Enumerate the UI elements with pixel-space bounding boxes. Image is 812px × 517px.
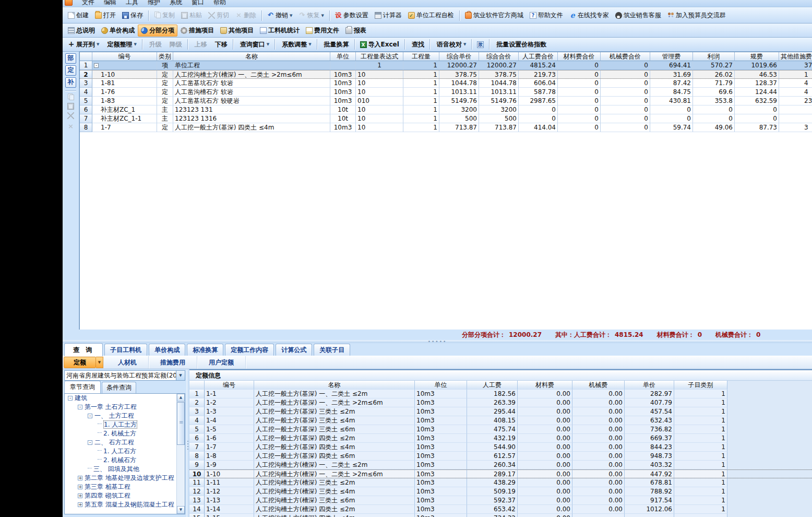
tree-item[interactable]: -一、 土方工程 [65, 412, 185, 420]
column-header[interactable]: 编号 [205, 381, 254, 390]
table-cell[interactable]: 408.15 [467, 416, 518, 425]
table-cell[interactable]: 10 [356, 79, 403, 88]
chevron-down-icon[interactable]: ▼ [134, 42, 136, 46]
table-cell[interactable]: 0 [693, 114, 735, 123]
table-cell[interactable]: 0.00 [518, 398, 572, 407]
toolbar-button[interactable]: ✓单位工程自检 [405, 9, 457, 21]
column-header[interactable]: 单位 [415, 381, 467, 390]
table-cell[interactable]: 500 [439, 114, 479, 123]
table-cell[interactable]: 主 [157, 105, 173, 114]
edit-toolbar-button[interactable]: 批量换算 [319, 39, 352, 51]
edit-toolbar-button[interactable]: X导入Excel [357, 39, 402, 51]
table-cell[interactable]: 定 [157, 79, 173, 88]
table-cell[interactable]: 475.74 [467, 425, 518, 434]
table-cell[interactable]: 403.32 [625, 461, 674, 469]
table-cell[interactable]: 0.00 [572, 390, 625, 398]
table-cell[interactable]: 378.75 [479, 70, 519, 78]
table-cell[interactable]: 1-10 [205, 470, 254, 478]
table-cell[interactable]: 10m3 [415, 434, 467, 443]
table-cell[interactable]: 12000.27 [439, 61, 479, 70]
table-cell[interactable]: 补主材ZC_1-1 [92, 114, 157, 123]
quota-row[interactable]: 151-15人工挖沟槽土方(槽深) 四类土 ≤4m10m3724.320.00 [189, 514, 812, 517]
chevron-down-icon[interactable]: ▼ [321, 14, 324, 18]
table-cell[interactable]: 0 [601, 114, 650, 123]
table-cell[interactable]: 1 [403, 97, 439, 105]
column-header[interactable]: 综合合价 [479, 52, 519, 61]
table-cell[interactable]: 10m3 [415, 407, 467, 416]
expand-icon[interactable]: + [78, 476, 82, 480]
table-cell[interactable]: 606.04 [519, 79, 558, 88]
table-cell[interactable]: 0 [558, 123, 601, 132]
column-header[interactable]: 综合单价 [439, 52, 479, 61]
table-cell[interactable]: 1 [403, 61, 439, 70]
table-cell[interactable]: 10 [356, 105, 403, 114]
tree-item[interactable]: +第五章 混凝土及钢筋混凝土工程 [65, 500, 185, 509]
table-cell[interactable]: 0 [601, 79, 650, 88]
row-number[interactable]: 1 [189, 390, 205, 398]
table-cell[interactable]: 3200 [479, 105, 519, 114]
table-cell[interactable]: 人工挖沟槽土方(槽深) 一、二类土 ≤2m [254, 461, 415, 469]
table-cell[interactable]: 010 [356, 97, 403, 105]
table-cell[interactable]: 500 [479, 114, 519, 123]
table-cell[interactable]: 736.82 [625, 425, 674, 434]
table-cell[interactable]: 0.00 [518, 514, 572, 517]
row-number[interactable]: 2 [80, 70, 92, 78]
table-cell[interactable]: 10m3 [415, 478, 467, 487]
row-number[interactable]: 1 [80, 61, 92, 70]
table-cell[interactable]: 632.59 [735, 97, 779, 105]
table-row[interactable]: 51-83定人工凿基坑石方 较硬岩10m301015149.765149.762… [80, 97, 812, 105]
table-cell[interactable]: 1-5 [205, 425, 254, 434]
row-number[interactable]: 5 [189, 425, 205, 434]
table-cell[interactable]: 0.00 [518, 487, 572, 496]
table-cell[interactable]: 219.73 [519, 70, 558, 78]
table-cell[interactable]: 1013.11 [479, 88, 519, 97]
table-cell[interactable]: 447.92 [625, 470, 674, 478]
toolbar-button[interactable]: 创建 [65, 9, 92, 21]
toolbar-button[interactable]: ×删除 [232, 9, 259, 21]
table-cell[interactable]: 1-7 [92, 123, 157, 132]
table-cell[interactable]: 71.79 [693, 79, 735, 88]
table-cell[interactable]: 669.37 [625, 434, 674, 443]
table-cell[interactable]: 4815.24 [519, 61, 558, 70]
tree-item-label[interactable]: 1. 人工石方 [103, 448, 136, 455]
table-cell[interactable]: 1 [674, 434, 727, 443]
table-cell[interactable]: 1-7 [205, 443, 254, 452]
column-header[interactable]: 名称 [254, 381, 415, 390]
tree-item-label[interactable]: 建筑 [75, 394, 87, 402]
column-header[interactable]: 类别 [157, 52, 173, 61]
side-tool-button[interactable]: × [63, 122, 79, 130]
table-cell[interactable]: 407.79 [625, 398, 674, 407]
tree-item[interactable]: +第三章 桩基工程 [65, 483, 185, 491]
table-cell[interactable]: 0.00 [572, 425, 625, 434]
tree-item-label[interactable]: 第二章 地基处理及边坡支护工程 [85, 474, 174, 481]
table-cell[interactable]: 353.8 [693, 97, 735, 105]
side-tool-button[interactable]: 补 [65, 77, 76, 88]
chevron-down-icon[interactable]: ▼ [267, 42, 269, 46]
bottom-tab[interactable]: 计算公式 [276, 344, 312, 356]
table-cell[interactable]: 0 [693, 105, 735, 114]
table-cell[interactable]: 10m3 [415, 487, 467, 496]
tree-item[interactable]: -建筑 [65, 394, 185, 403]
row-number[interactable]: 8 [80, 123, 92, 132]
table-cell[interactable]: 10m3 [415, 452, 467, 461]
table-cell[interactable]: 1-83 [92, 97, 157, 105]
column-header[interactable]: 人工费合价 [519, 52, 558, 61]
view-tab[interactable]: 分部分项 [138, 25, 177, 37]
table-cell[interactable]: 0 [601, 123, 650, 132]
quota-row[interactable]: 121-12人工挖沟槽土方(槽深) 三类土 ≤4m10m3509.190.000… [189, 487, 812, 496]
table-cell[interactable]: 1 [403, 88, 439, 97]
table-cell[interactable]: 263.39 [467, 398, 518, 407]
table-cell[interactable]: 人工挖沟槽土方(槽深) 一、二类土 >2m≤6m [254, 470, 415, 478]
table-row[interactable]: 21-10定人工挖沟槽土方(槽深) 一、二类土 >2m≤6m10m3101378… [80, 70, 812, 79]
table-cell[interactable]: 0.00 [572, 470, 625, 478]
column-header[interactable]: 人工费 [467, 381, 518, 390]
table-cell[interactable]: 432.19 [467, 434, 518, 443]
row-number[interactable]: 14 [189, 505, 205, 514]
table-cell[interactable]: 补主材ZC_1 [92, 105, 157, 114]
quota-row[interactable]: 141-14人工挖沟槽土方(槽深) 四类土 ≤2m10m3653.420.000… [189, 505, 812, 514]
table-cell[interactable]: 10m3 [330, 70, 356, 78]
column-header[interactable]: 管理费 [650, 52, 693, 61]
chevron-down-icon[interactable]: ▼ [290, 14, 292, 18]
table-cell[interactable]: 3200 [439, 105, 479, 114]
table-cell[interactable]: 59.74 [650, 123, 693, 132]
